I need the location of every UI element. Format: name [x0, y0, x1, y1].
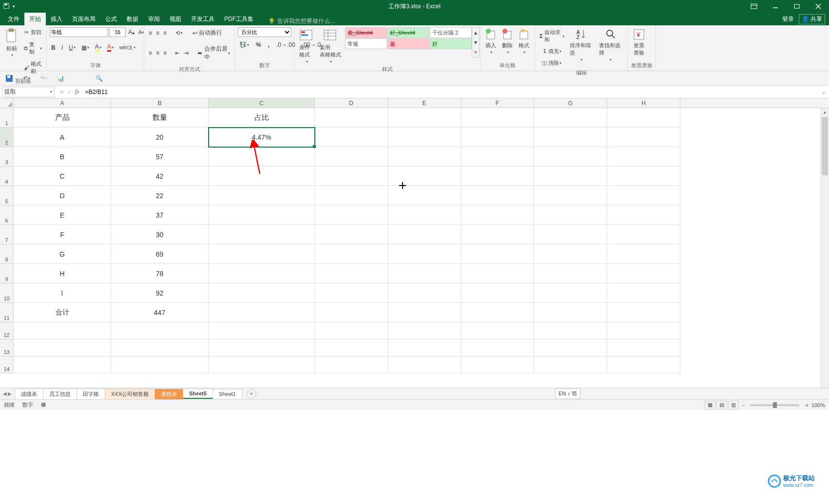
- maximize-icon[interactable]: [786, 0, 808, 13]
- cell[interactable]: 78: [111, 264, 209, 283]
- column-header[interactable]: G: [534, 98, 607, 108]
- sheet-tab-active[interactable]: Sheet5: [183, 389, 213, 399]
- fill-color-button[interactable]: A▾: [94, 42, 103, 53]
- cell[interactable]: [461, 303, 534, 322]
- currency-button[interactable]: 💱▾: [238, 40, 251, 50]
- tab-data[interactable]: 数据: [122, 13, 143, 25]
- align-top-button[interactable]: ≡: [147, 27, 154, 38]
- normal-view-button[interactable]: ▦: [705, 401, 715, 410]
- cell[interactable]: [534, 244, 607, 264]
- decrease-indent-button[interactable]: ⇤: [174, 43, 181, 63]
- zoom-level[interactable]: 100%: [811, 402, 825, 408]
- cell[interactable]: [461, 322, 534, 339]
- cell[interactable]: E: [14, 205, 111, 225]
- cell[interactable]: [607, 303, 680, 322]
- row-header[interactable]: 10: [0, 283, 14, 303]
- page-layout-view-button[interactable]: ▤: [716, 401, 727, 410]
- cell[interactable]: [607, 147, 680, 167]
- align-middle-button[interactable]: ≡: [154, 27, 161, 38]
- cell[interactable]: 42: [111, 167, 209, 186]
- cell[interactable]: F: [14, 225, 111, 244]
- cell[interactable]: [111, 356, 209, 373]
- cell[interactable]: [607, 186, 680, 205]
- row-header[interactable]: 8: [0, 244, 14, 264]
- cell[interactable]: [461, 186, 534, 205]
- scroll-up-icon[interactable]: ▴: [821, 108, 829, 116]
- sheet-tab[interactable]: Sheet1: [212, 389, 242, 398]
- cell[interactable]: 37: [111, 205, 209, 225]
- font-name-combo[interactable]: [50, 27, 108, 37]
- cell[interactable]: [461, 283, 534, 303]
- cell[interactable]: [461, 108, 534, 128]
- cell[interactable]: [14, 356, 111, 373]
- tab-developer[interactable]: 开发工具: [186, 13, 219, 25]
- cell[interactable]: C: [14, 167, 111, 186]
- cell[interactable]: [388, 167, 461, 186]
- number-format-combo[interactable]: 百分比: [238, 27, 291, 37]
- select-all-corner[interactable]: [0, 98, 14, 108]
- cell[interactable]: [534, 128, 607, 147]
- cell[interactable]: [534, 283, 607, 303]
- row-header[interactable]: 12: [0, 322, 14, 339]
- increase-font-button[interactable]: A▴: [127, 27, 136, 37]
- style-bad[interactable]: 差: [387, 38, 429, 49]
- cell[interactable]: [607, 244, 680, 264]
- bold-button[interactable]: B: [50, 42, 57, 53]
- cell[interactable]: [461, 264, 534, 283]
- cell[interactable]: [534, 322, 607, 339]
- style-good-sheet4[interactable]: 好_Sheet4: [387, 27, 429, 38]
- cell[interactable]: [534, 167, 607, 186]
- add-sheet-button[interactable]: ＋: [247, 389, 256, 399]
- cell[interactable]: [388, 264, 461, 283]
- login-link[interactable]: 登录: [782, 15, 794, 23]
- align-center-button[interactable]: ≡: [154, 43, 161, 63]
- sort-filter-button[interactable]: AZ排序和筛选▾: [568, 27, 595, 63]
- sheet-tab[interactable]: 成绩表: [15, 389, 43, 399]
- column-header[interactable]: D: [315, 98, 388, 108]
- cell[interactable]: [534, 356, 607, 373]
- sheet-tab[interactable]: 课程表: [154, 389, 183, 399]
- cell[interactable]: [388, 339, 461, 356]
- cell[interactable]: [534, 264, 607, 283]
- percent-button[interactable]: %: [254, 40, 263, 50]
- cell[interactable]: [534, 108, 607, 128]
- cell[interactable]: [315, 225, 388, 244]
- cell[interactable]: [315, 147, 388, 167]
- cell[interactable]: [607, 264, 680, 283]
- cell[interactable]: [388, 225, 461, 244]
- column-header[interactable]: F: [461, 98, 534, 108]
- align-left-button[interactable]: ≡: [147, 43, 154, 63]
- close-icon[interactable]: [808, 0, 829, 13]
- tab-file[interactable]: 文件: [3, 13, 24, 25]
- cell[interactable]: 数量: [111, 108, 209, 128]
- tab-review[interactable]: 审阅: [143, 13, 165, 25]
- cell[interactable]: [534, 225, 607, 244]
- tab-layout[interactable]: 页面布局: [67, 13, 100, 25]
- cell[interactable]: 占比: [209, 108, 315, 128]
- cell[interactable]: B: [14, 147, 111, 167]
- cell[interactable]: [461, 147, 534, 167]
- cell[interactable]: [534, 147, 607, 167]
- name-box[interactable]: 提取▾: [2, 87, 55, 97]
- cell[interactable]: [209, 322, 315, 339]
- cell[interactable]: [315, 303, 388, 322]
- orientation-button[interactable]: ⟲▾: [174, 27, 184, 38]
- gallery-more-icon[interactable]: ▿: [472, 47, 479, 57]
- cell[interactable]: G: [14, 244, 111, 264]
- cell[interactable]: [209, 167, 315, 186]
- align-right-button[interactable]: ≡: [162, 43, 168, 63]
- row-header[interactable]: 4: [0, 167, 14, 186]
- qat-chart-button[interactable]: 📊: [56, 74, 66, 83]
- style-normal[interactable]: 常规: [345, 38, 387, 49]
- share-button[interactable]: 👤 共享: [799, 14, 825, 24]
- cell[interactable]: 4.47%: [209, 128, 315, 147]
- cell[interactable]: [315, 322, 388, 339]
- gallery-up-icon[interactable]: ▴: [472, 28, 479, 37]
- cell[interactable]: [315, 167, 388, 186]
- cell[interactable]: [534, 339, 607, 356]
- cell[interactable]: [315, 128, 388, 147]
- cell[interactable]: [388, 283, 461, 303]
- cell[interactable]: [209, 339, 315, 356]
- cell[interactable]: [315, 339, 388, 356]
- cell[interactable]: [315, 244, 388, 264]
